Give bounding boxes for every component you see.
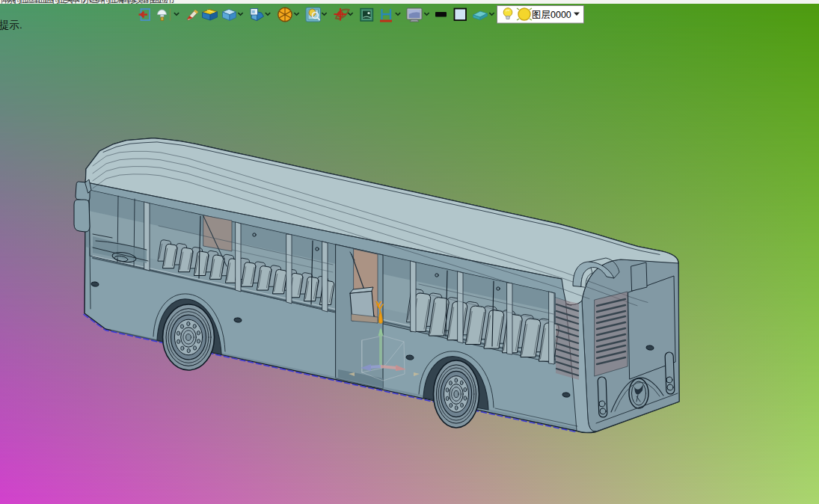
svg-text:图层0000: 图层0000	[532, 10, 571, 20]
svg-text:Y: Y	[375, 299, 382, 310]
svg-text:提示.: 提示.	[0, 19, 22, 31]
